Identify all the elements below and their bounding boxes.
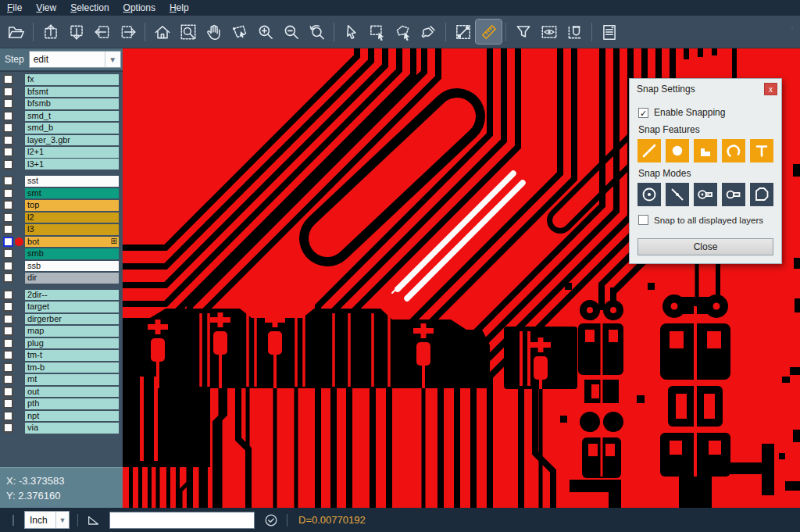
select-poly-tool-icon[interactable] — [390, 20, 416, 44]
pan-right-tool-icon[interactable] — [115, 20, 141, 44]
snap-feature-line-icon[interactable] — [638, 139, 661, 162]
report-tool-icon[interactable] — [596, 20, 622, 44]
layer-checkbox-smb[interactable] — [3, 248, 13, 259]
open-tool-icon[interactable] — [3, 20, 29, 44]
layer-row-smb[interactable]: smb — [0, 248, 123, 259]
layer-row-tm-t[interactable]: tm-t — [0, 350, 123, 361]
layer-row-smd_b[interactable]: smd_b — [0, 123, 123, 134]
layer-label[interactable]: l3 — [25, 224, 119, 235]
layer-label[interactable]: bot⊞ — [25, 237, 119, 248]
layer-checkbox-plug[interactable] — [3, 338, 13, 348]
layer-row-out[interactable]: out — [0, 387, 123, 398]
layer-label[interactable]: npt — [25, 411, 119, 422]
layer-checkbox-l3[interactable] — [3, 224, 13, 234]
layer-label[interactable]: via — [25, 423, 119, 434]
close-icon[interactable]: x — [764, 83, 777, 95]
select-tool-icon[interactable] — [338, 20, 364, 44]
layer-label[interactable]: l2 — [25, 212, 119, 223]
menu-item-selection[interactable]: Selection — [63, 1, 116, 15]
layer-row-ssb[interactable]: ssb — [0, 260, 123, 271]
dialog-titlebar[interactable]: Snap Settings x — [630, 79, 781, 99]
layer-label[interactable]: target — [25, 302, 119, 312]
layer-label[interactable]: out — [25, 387, 119, 398]
pan-down-tool-icon[interactable] — [63, 20, 89, 44]
zoom-prev-tool-icon[interactable] — [304, 20, 330, 44]
layer-checkbox-tm-b[interactable] — [3, 362, 13, 373]
snap-mode-nearest-icon[interactable] — [666, 183, 689, 206]
angle-icon[interactable] — [86, 512, 102, 528]
layer-label[interactable]: smd_t — [25, 111, 119, 122]
layer-checkbox-mt[interactable] — [3, 374, 13, 384]
snap-mode-pad-entry-icon[interactable] — [694, 183, 717, 206]
layer-row-map[interactable]: map — [0, 326, 123, 337]
layer-row-plug[interactable]: plug — [0, 338, 123, 349]
layer-row-bfsmt[interactable]: bfsmt — [0, 86, 123, 97]
pan-hand-tool-icon[interactable] — [201, 20, 227, 44]
pan-up-tool-icon[interactable] — [38, 20, 63, 44]
pcb-canvas[interactable]: Snap Settings x ✓ Enable Snapping Snap F… — [123, 48, 800, 508]
layer-row-top[interactable]: top — [0, 200, 123, 211]
filter-tool-icon[interactable] — [510, 20, 536, 44]
layer-label[interactable]: tm-b — [25, 362, 119, 373]
zoom-fit-tool-icon[interactable] — [175, 20, 201, 44]
zoom-out-tool-icon[interactable] — [278, 20, 304, 44]
layer-label[interactable]: l2+1 — [25, 147, 119, 158]
enable-snapping-row[interactable]: ✓ Enable Snapping — [638, 107, 773, 118]
layer-row-l2[interactable]: l2 — [0, 212, 123, 223]
ruler-tool-icon[interactable] — [476, 20, 502, 44]
snap-feature-arc-icon[interactable] — [722, 139, 745, 162]
layer-row-smt[interactable]: smt — [0, 188, 123, 199]
layer-row-target[interactable]: target — [0, 302, 123, 312]
layer-row-tm-b[interactable]: tm-b — [0, 362, 123, 373]
grid-icon[interactable]: ⊞ — [111, 237, 117, 245]
layer-checkbox-bfsmb[interactable] — [3, 98, 13, 109]
zoom-in-tool-icon[interactable] — [252, 20, 278, 44]
layer-row-layer_3.gbr[interactable]: layer_3.gbr — [0, 134, 123, 145]
toolbar-overflow-chevron[interactable]: › — [791, 22, 794, 31]
layer-row-l2+1[interactable]: l2+1 — [0, 147, 123, 158]
layer-label[interactable]: tm-t — [25, 350, 119, 361]
snap-mode-center-icon[interactable] — [638, 183, 661, 206]
layer-checkbox-l3+1[interactable] — [3, 159, 13, 170]
chevron-down-icon[interactable]: ▼ — [105, 52, 120, 67]
chevron-down-icon[interactable]: ▼ — [55, 512, 69, 528]
layer-label[interactable]: bfsmt — [25, 87, 119, 98]
layer-label[interactable]: sst — [25, 176, 119, 187]
layer-checkbox-layer_3.gbr[interactable] — [3, 135, 13, 145]
layer-label[interactable]: layer_3.gbr — [25, 135, 119, 146]
layer-row-sst[interactable]: sst — [0, 176, 123, 187]
layer-checkbox-pth[interactable] — [3, 398, 13, 409]
home-tool-icon[interactable] — [149, 20, 175, 44]
snap-mode-contour-icon[interactable] — [750, 183, 773, 206]
layer-checkbox-via[interactable] — [3, 423, 13, 433]
command-input[interactable] — [109, 512, 255, 529]
layer-label[interactable]: dir — [25, 273, 119, 284]
step-select[interactable]: edit ▼ — [29, 51, 121, 68]
visibility-tool-icon[interactable] — [536, 20, 562, 44]
layer-row-2dir--[interactable]: 2dir-- — [0, 290, 123, 301]
layer-checkbox-bfsmt[interactable] — [3, 87, 13, 97]
snap-mode-pad-icon[interactable] — [722, 183, 745, 206]
layer-row-fx[interactable]: fx — [0, 74, 123, 85]
layer-row-bfsmb[interactable]: bfsmb — [0, 98, 123, 109]
layer-label[interactable]: fx — [25, 74, 119, 85]
menu-item-view[interactable]: View — [29, 1, 63, 15]
layer-row-smd_t[interactable]: smd_t — [0, 110, 123, 121]
layer-checkbox-smd_t[interactable] — [3, 111, 13, 121]
layer-row-bot[interactable]: bot⊞ — [0, 237, 123, 248]
layer-row-dirgerber[interactable]: dirgerber — [0, 314, 123, 325]
layer-checkbox-dirgerber[interactable] — [3, 314, 13, 324]
layer-label[interactable]: ssb — [25, 261, 119, 272]
menu-item-file[interactable]: File — [0, 1, 29, 15]
layer-label[interactable]: smd_b — [25, 123, 119, 134]
menu-item-options[interactable]: Options — [116, 1, 162, 15]
layer-label[interactable]: top — [25, 200, 119, 211]
layer-row-via[interactable]: via — [0, 423, 123, 434]
layer-label[interactable]: smb — [25, 248, 119, 259]
layer-row-l3+1[interactable]: l3+1 — [0, 159, 123, 170]
layer-checkbox-l2+1[interactable] — [3, 147, 13, 157]
menu-item-help[interactable]: Help — [162, 1, 196, 15]
layer-row-pth[interactable]: pth — [0, 398, 123, 409]
layer-row-npt[interactable]: npt — [0, 410, 123, 421]
layer-label[interactable]: dirgerber — [25, 314, 119, 325]
